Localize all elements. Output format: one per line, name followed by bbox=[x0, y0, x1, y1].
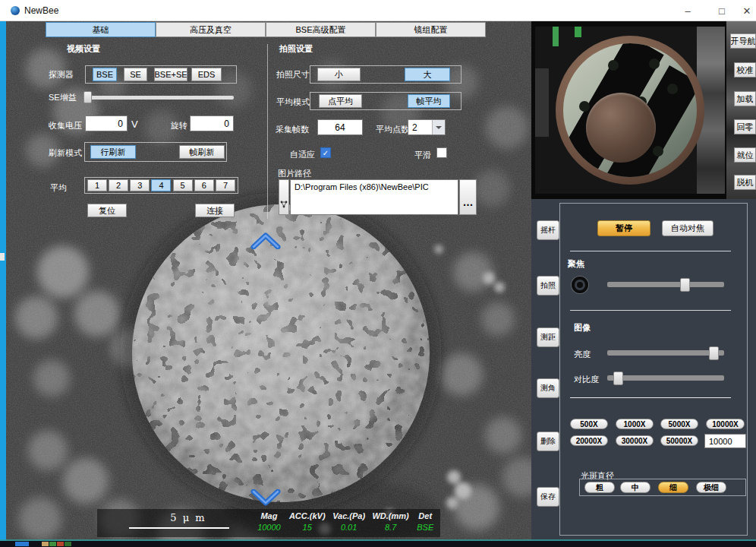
nav-open-navigation-button[interactable]: 开导航 bbox=[730, 33, 756, 49]
status-vac: Vac.(Pa) 0.01 bbox=[329, 511, 369, 532]
nav-return-zero-button[interactable]: 回零 bbox=[734, 119, 756, 134]
adaptive-checkbox[interactable]: ✓ bbox=[320, 147, 331, 158]
status-det: Det BSE bbox=[412, 511, 438, 532]
taskbar-app-icon[interactable] bbox=[65, 542, 71, 546]
panel-divider bbox=[267, 44, 268, 219]
avg-point-button[interactable]: 点平均 bbox=[319, 94, 362, 108]
avg-frame-button[interactable]: 帧平均 bbox=[408, 94, 450, 108]
nav-calibrate-button[interactable]: 校准 bbox=[734, 62, 756, 77]
avg-mode-label: 平均模式 bbox=[276, 96, 310, 108]
joystick-button[interactable]: 摇杆 bbox=[537, 220, 559, 240]
path-field[interactable]: D:\Program Files (x86)\NewBee\PIC bbox=[290, 179, 458, 215]
spot-fine-button[interactable]: 细 bbox=[658, 482, 688, 493]
mag-10000x-button[interactable]: 10000X bbox=[706, 419, 745, 429]
size-small-button[interactable]: 小 bbox=[317, 68, 361, 81]
spot-medium-button[interactable]: 中 bbox=[620, 482, 650, 493]
se-gain-slider-thumb[interactable] bbox=[83, 91, 92, 103]
average-2-button[interactable]: 2 bbox=[109, 179, 128, 191]
points-dropdown[interactable]: 2 bbox=[408, 119, 446, 135]
close-button[interactable]: ✕ bbox=[735, 0, 756, 21]
voltage-unit-label: V bbox=[131, 119, 138, 130]
nav-in-position-button[interactable]: 就位 bbox=[734, 147, 756, 163]
smooth-checkbox[interactable] bbox=[436, 147, 447, 158]
stage-hole bbox=[579, 101, 590, 112]
sample-stub bbox=[586, 93, 656, 163]
mag-30000x-button[interactable]: 30000X bbox=[616, 435, 654, 446]
tab-bse-advanced[interactable]: BSE高级配置 bbox=[266, 22, 376, 37]
titlebar: NewBee – □ ✕ bbox=[0, 0, 756, 21]
adaptive-label: 自适应 bbox=[290, 149, 315, 160]
image-section-label: 图像 bbox=[574, 322, 591, 334]
tab-lens-config[interactable]: 镜组配置 bbox=[376, 22, 486, 37]
stage-hole bbox=[608, 60, 619, 71]
save-button[interactable]: 保存 bbox=[537, 487, 559, 507]
browse-button[interactable]: … bbox=[459, 179, 477, 215]
taskbar-app-icon[interactable] bbox=[49, 542, 56, 546]
tab-hv-vacuum[interactable]: 高压及真空 bbox=[156, 22, 266, 37]
autofocus-button[interactable]: 自动对焦 bbox=[662, 220, 713, 236]
taskbar-app-icon[interactable] bbox=[42, 542, 49, 546]
mag-1000x-button[interactable]: 1000X bbox=[616, 419, 654, 429]
size-large-button[interactable]: 大 bbox=[405, 68, 450, 81]
contrast-slider-track[interactable] bbox=[607, 375, 724, 381]
average-3-button[interactable]: 3 bbox=[130, 179, 150, 191]
taskbar-window-icon[interactable] bbox=[15, 542, 29, 546]
pause-button[interactable]: 暂停 bbox=[597, 220, 650, 236]
detector-eds-button[interactable]: EDS bbox=[191, 68, 222, 81]
measure-angle-button[interactable]: 测角 bbox=[537, 378, 559, 398]
average-1-button[interactable]: 1 bbox=[87, 179, 107, 191]
smooth-label: 平滑 bbox=[414, 150, 431, 161]
mag-input[interactable] bbox=[704, 434, 746, 448]
record-dot-icon bbox=[577, 282, 583, 288]
move-down-chevron-icon[interactable] bbox=[250, 489, 281, 506]
mag-20000x-button[interactable]: 20000X bbox=[570, 435, 608, 446]
spot-extra-fine-button[interactable]: 极细 bbox=[696, 482, 726, 493]
rotation-label: 旋转 bbox=[171, 120, 187, 131]
focus-record-button[interactable] bbox=[572, 277, 588, 293]
detector-label: 探测器 bbox=[49, 69, 74, 81]
collect-voltage-input[interactable] bbox=[85, 115, 128, 131]
brightness-slider-thumb[interactable] bbox=[709, 346, 719, 360]
detector-bse-button[interactable]: BSE bbox=[93, 68, 117, 81]
app-icon bbox=[11, 6, 20, 15]
detector-se-button[interactable]: SE bbox=[124, 68, 147, 81]
detector-bse-se-button[interactable]: BSE+SE bbox=[154, 68, 187, 81]
nav-offline-button[interactable]: 脱机 bbox=[734, 175, 756, 190]
delete-button[interactable]: 删除 bbox=[537, 432, 559, 451]
average-7-button[interactable]: 7 bbox=[216, 179, 235, 191]
mag-50000x-button[interactable]: 50000X bbox=[660, 435, 698, 446]
mag-500x-button[interactable]: 500X bbox=[570, 419, 608, 429]
minimize-button[interactable]: – bbox=[676, 0, 700, 21]
dropdown-arrow-icon[interactable] bbox=[432, 120, 445, 134]
capture-button[interactable]: 拍照 bbox=[537, 276, 559, 296]
measure-distance-button[interactable]: 测距 bbox=[537, 327, 559, 347]
spot-coarse-button[interactable]: 粗 bbox=[584, 482, 615, 493]
se-gain-slider-track[interactable] bbox=[83, 96, 234, 100]
move-up-chevron-icon[interactable] bbox=[250, 232, 281, 249]
focus-slider-track[interactable] bbox=[607, 282, 724, 287]
mag-5000x-button[interactable]: 5000X bbox=[660, 419, 698, 429]
path-pin-button[interactable] bbox=[279, 179, 289, 215]
photo-size-label: 拍照尺寸 bbox=[276, 69, 310, 81]
brightness-slider-track[interactable] bbox=[607, 350, 724, 356]
focus-slider-thumb[interactable] bbox=[680, 278, 690, 292]
video-settings-title: 视频设置 bbox=[67, 43, 100, 55]
rotation-input[interactable] bbox=[190, 115, 234, 131]
average-6-button[interactable]: 6 bbox=[194, 179, 214, 191]
points-label: 平均点数 bbox=[376, 124, 409, 135]
nav-load-button[interactable]: 加载 bbox=[734, 91, 756, 106]
average-4-button[interactable]: 4 bbox=[151, 179, 171, 191]
maximize-button[interactable]: □ bbox=[710, 0, 734, 21]
refresh-frame-button[interactable]: 帧刷新 bbox=[179, 145, 225, 159]
frames-input[interactable] bbox=[317, 119, 363, 135]
taskbar-accent-line bbox=[0, 539, 756, 541]
connect-button[interactable]: 连接 bbox=[195, 204, 235, 217]
left-edge-notch bbox=[0, 253, 5, 261]
average-5-button[interactable]: 5 bbox=[173, 179, 193, 191]
refresh-line-button[interactable]: 行刷新 bbox=[90, 145, 136, 159]
focus-label: 聚焦 bbox=[568, 258, 584, 270]
reset-button[interactable]: 复位 bbox=[87, 204, 127, 217]
contrast-slider-thumb[interactable] bbox=[613, 372, 623, 385]
taskbar-app-icon[interactable] bbox=[57, 542, 64, 546]
tab-basic[interactable]: 基础 bbox=[46, 22, 156, 37]
